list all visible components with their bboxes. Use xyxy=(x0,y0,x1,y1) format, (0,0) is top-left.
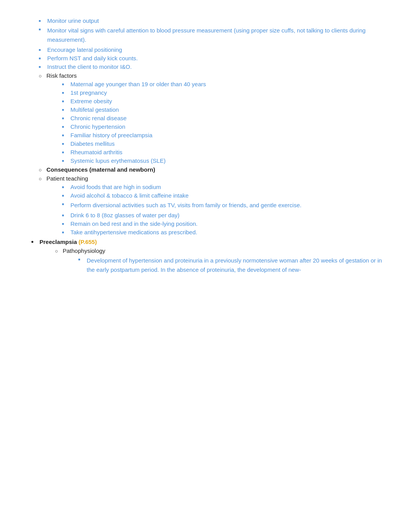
list-item: Chronic renal disease xyxy=(62,115,388,121)
item-text: Chronic hypertension xyxy=(70,123,125,130)
page-container: Monitor urine output Monitor vital signs… xyxy=(23,17,388,275)
item-text: Drink 6 to 8 (8oz glasses of water per d… xyxy=(70,212,180,218)
pathophysiology-item: Pathophysiology Development of hypertens… xyxy=(55,247,388,275)
item-text: Monitor urine output xyxy=(47,17,99,24)
list-item: 1st pregnancy xyxy=(62,89,388,96)
item-text: Instruct the client to monitor I&O. xyxy=(47,63,132,70)
risk-factors-item: Risk factors Maternal age younger than 1… xyxy=(39,72,388,164)
consequences-label: Consequences (maternal and newborn) xyxy=(46,166,155,173)
item-text: Development of hypertension and proteinu… xyxy=(87,257,382,273)
pathophysiology-section: Pathophysiology Development of hypertens… xyxy=(39,247,388,275)
initial-bullet-list: Monitor urine output Monitor vital signs… xyxy=(23,17,388,70)
list-item: Avoid foods that are high in sodium xyxy=(62,184,388,190)
list-item: Diabetes mellitus xyxy=(62,140,388,147)
list-item: Instruct the client to monitor I&O. xyxy=(39,63,388,70)
list-item: Monitor urine output xyxy=(39,17,388,24)
list-item: Familiar history of preeclampsia xyxy=(62,132,388,138)
list-item: Avoid alcohol & tobacco & limit caffeine… xyxy=(62,192,388,199)
risk-factors-section: Risk factors Maternal age younger than 1… xyxy=(23,72,388,235)
item-text: Chronic renal disease xyxy=(70,115,127,121)
item-text: Perform NST and daily kick counts. xyxy=(47,55,138,61)
list-item: Rheumatoid arthritis xyxy=(62,149,388,155)
patient-teaching-bullets: Avoid foods that are high in sodium Avoi… xyxy=(46,184,388,235)
item-text: Familiar history of preeclampsia xyxy=(70,132,152,138)
list-item: Maternal age younger than 19 or older th… xyxy=(62,81,388,87)
item-text: Remain on bed rest and in the side-lying… xyxy=(70,220,198,227)
list-item: Systemic lupus erythematosus (SLE) xyxy=(62,157,388,164)
item-text: Monitor vital signs with careful attenti… xyxy=(47,27,366,43)
item-text: Avoid foods that are high in sodium xyxy=(70,184,161,190)
list-item: Chronic hypertension xyxy=(62,123,388,130)
item-text: Avoid alcohol & tobacco & limit caffeine… xyxy=(70,192,188,199)
risk-factors-bullets: Maternal age younger than 19 or older th… xyxy=(46,81,388,164)
list-item: Remain on bed rest and in the side-lying… xyxy=(62,220,388,227)
item-text: Extreme obesity xyxy=(70,98,112,104)
list-item: Monitor vital signs with careful attenti… xyxy=(39,26,388,44)
item-text: Multifetal gestation xyxy=(70,106,119,113)
item-text: Diabetes mellitus xyxy=(70,140,115,147)
list-item: Extreme obesity xyxy=(62,98,388,104)
item-text: 1st pregnancy xyxy=(70,89,107,96)
patient-teaching-label: Patient teaching xyxy=(46,175,88,182)
list-item: Encourage lateral positioning xyxy=(39,46,388,53)
consequences-item: Consequences (maternal and newborn) xyxy=(39,166,388,173)
pathophysiology-bullets: Development of hypertension and proteinu… xyxy=(63,256,388,275)
list-item: Development of hypertension and proteinu… xyxy=(78,256,388,275)
item-text: Rheumatoid arthritis xyxy=(70,149,122,155)
patient-teaching-item: Patient teaching Avoid foods that are hi… xyxy=(39,175,388,235)
pathophysiology-label: Pathophysiology xyxy=(63,247,105,254)
preeclampsia-label: Preeclampsia xyxy=(39,239,77,245)
item-text: Perform diversional activities such as T… xyxy=(70,202,301,208)
preeclampsia-item: Preeclampsia (P.655) Pathophysiology Dev… xyxy=(31,239,388,275)
list-item: Perform diversional activities such as T… xyxy=(62,201,388,210)
risk-factors-label: Risk factors xyxy=(46,72,77,79)
item-text: Take antihypertensive medications as pre… xyxy=(70,229,197,235)
list-item: Multifetal gestation xyxy=(62,106,388,113)
list-item: Drink 6 to 8 (8oz glasses of water per d… xyxy=(62,212,388,218)
item-text: Systemic lupus erythematosus (SLE) xyxy=(70,157,166,164)
preeclampsia-section: Preeclampsia (P.655) Pathophysiology Dev… xyxy=(23,239,388,275)
item-text: Maternal age younger than 19 or older th… xyxy=(70,81,206,87)
list-item: Perform NST and daily kick counts. xyxy=(39,55,388,61)
preeclampsia-page-ref: (P.655) xyxy=(79,239,97,245)
list-item: Take antihypertensive medications as pre… xyxy=(62,229,388,235)
item-text: Encourage lateral positioning xyxy=(47,46,122,53)
